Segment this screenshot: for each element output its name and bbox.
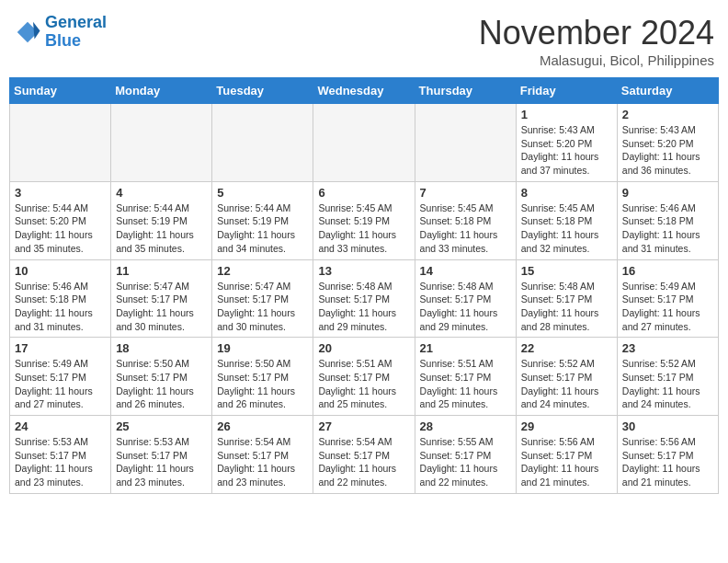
day-info: Sunrise: 5:52 AMSunset: 5:17 PMDaylight:… (622, 357, 713, 411)
day-number: 17 (15, 341, 106, 355)
calendar-cell: 17Sunrise: 5:49 AMSunset: 5:17 PMDayligh… (10, 338, 111, 416)
calendar-week-2: 3Sunrise: 5:44 AMSunset: 5:20 PMDaylight… (10, 181, 719, 259)
calendar-cell: 5Sunrise: 5:44 AMSunset: 5:19 PMDaylight… (212, 181, 313, 259)
day-info: Sunrise: 5:56 AMSunset: 5:17 PMDaylight:… (622, 435, 713, 489)
logo-icon (14, 18, 41, 46)
day-info: Sunrise: 5:46 AMSunset: 5:18 PMDaylight:… (15, 280, 106, 334)
day-number: 10 (15, 264, 106, 278)
day-info: Sunrise: 5:47 AMSunset: 5:17 PMDaylight:… (116, 280, 207, 334)
day-number: 3 (15, 186, 106, 200)
day-number: 29 (521, 419, 612, 433)
day-info: Sunrise: 5:45 AMSunset: 5:18 PMDaylight:… (420, 201, 511, 256)
day-number: 26 (217, 419, 308, 433)
day-header-tuesday: Tuesday (212, 78, 313, 104)
calendar-week-3: 10Sunrise: 5:46 AMSunset: 5:18 PMDayligh… (10, 259, 719, 338)
location: Malasugui, Bicol, Philippines (479, 52, 714, 68)
day-number: 21 (420, 341, 511, 355)
calendar-cell: 25Sunrise: 5:53 AMSunset: 5:17 PMDayligh… (111, 416, 212, 494)
calendar-cell: 14Sunrise: 5:48 AMSunset: 5:17 PMDayligh… (415, 259, 516, 338)
calendar-cell: 2Sunrise: 5:43 AMSunset: 5:20 PMDaylight… (617, 104, 718, 182)
day-info: Sunrise: 5:53 AMSunset: 5:17 PMDaylight:… (15, 435, 106, 489)
day-info: Sunrise: 5:45 AMSunset: 5:19 PMDaylight:… (318, 201, 409, 256)
day-info: Sunrise: 5:55 AMSunset: 5:17 PMDaylight:… (420, 435, 511, 489)
day-number: 14 (420, 264, 511, 278)
day-info: Sunrise: 5:46 AMSunset: 5:18 PMDaylight:… (622, 201, 713, 256)
day-number: 18 (116, 341, 207, 355)
calendar-cell: 16Sunrise: 5:49 AMSunset: 5:17 PMDayligh… (617, 259, 718, 338)
calendar-week-5: 24Sunrise: 5:53 AMSunset: 5:17 PMDayligh… (10, 416, 719, 494)
calendar-cell: 19Sunrise: 5:50 AMSunset: 5:17 PMDayligh… (212, 338, 313, 416)
day-number: 20 (318, 341, 409, 355)
day-number: 6 (318, 186, 409, 200)
calendar-cell: 9Sunrise: 5:46 AMSunset: 5:18 PMDaylight… (617, 181, 718, 259)
day-number: 16 (622, 264, 713, 278)
day-info: Sunrise: 5:43 AMSunset: 5:20 PMDaylight:… (622, 123, 713, 178)
calendar-cell (10, 104, 111, 182)
day-header-sunday: Sunday (10, 78, 111, 104)
calendar-cell: 13Sunrise: 5:48 AMSunset: 5:17 PMDayligh… (313, 259, 415, 338)
calendar-cell: 3Sunrise: 5:44 AMSunset: 5:20 PMDaylight… (10, 181, 111, 259)
day-info: Sunrise: 5:48 AMSunset: 5:17 PMDaylight:… (521, 280, 612, 334)
page-header: General Blue November 2024 Malasugui, Bi… (9, 9, 719, 68)
day-header-friday: Friday (516, 78, 617, 104)
calendar-cell: 18Sunrise: 5:50 AMSunset: 5:17 PMDayligh… (111, 338, 212, 416)
day-number: 22 (521, 341, 612, 355)
day-info: Sunrise: 5:54 AMSunset: 5:17 PMDaylight:… (318, 435, 409, 489)
day-number: 23 (622, 341, 713, 355)
day-number: 9 (622, 186, 713, 200)
day-header-monday: Monday (111, 78, 212, 104)
day-info: Sunrise: 5:44 AMSunset: 5:19 PMDaylight:… (217, 201, 308, 256)
calendar-cell: 1Sunrise: 5:43 AMSunset: 5:20 PMDaylight… (516, 104, 617, 182)
logo: General Blue (14, 14, 107, 51)
day-info: Sunrise: 5:48 AMSunset: 5:17 PMDaylight:… (420, 280, 511, 334)
calendar-cell: 12Sunrise: 5:47 AMSunset: 5:17 PMDayligh… (212, 259, 313, 338)
day-number: 30 (622, 419, 713, 433)
day-number: 4 (116, 186, 207, 200)
title-block: November 2024 Malasugui, Bicol, Philippi… (479, 14, 714, 68)
calendar-cell: 15Sunrise: 5:48 AMSunset: 5:17 PMDayligh… (516, 259, 617, 338)
day-number: 2 (622, 108, 713, 121)
day-info: Sunrise: 5:49 AMSunset: 5:17 PMDaylight:… (622, 280, 713, 334)
day-info: Sunrise: 5:44 AMSunset: 5:20 PMDaylight:… (15, 201, 106, 256)
day-number: 28 (420, 419, 511, 433)
month-title: November 2024 (479, 14, 714, 52)
calendar-cell: 22Sunrise: 5:52 AMSunset: 5:17 PMDayligh… (516, 338, 617, 416)
day-number: 11 (116, 264, 207, 278)
day-number: 8 (521, 186, 612, 200)
calendar-cell: 11Sunrise: 5:47 AMSunset: 5:17 PMDayligh… (111, 259, 212, 338)
day-info: Sunrise: 5:47 AMSunset: 5:17 PMDaylight:… (217, 280, 308, 334)
calendar-cell: 27Sunrise: 5:54 AMSunset: 5:17 PMDayligh… (313, 416, 415, 494)
day-number: 24 (15, 419, 106, 433)
svg-marker-1 (33, 22, 40, 40)
calendar-week-1: 1Sunrise: 5:43 AMSunset: 5:20 PMDaylight… (10, 104, 719, 182)
day-header-saturday: Saturday (617, 78, 718, 104)
day-header-thursday: Thursday (415, 78, 516, 104)
day-info: Sunrise: 5:45 AMSunset: 5:18 PMDaylight:… (521, 201, 612, 256)
day-info: Sunrise: 5:54 AMSunset: 5:17 PMDaylight:… (217, 435, 308, 489)
day-info: Sunrise: 5:53 AMSunset: 5:17 PMDaylight:… (116, 435, 207, 489)
calendar-cell: 26Sunrise: 5:54 AMSunset: 5:17 PMDayligh… (212, 416, 313, 494)
calendar-cell (415, 104, 516, 182)
day-info: Sunrise: 5:51 AMSunset: 5:17 PMDaylight:… (318, 357, 409, 411)
day-number: 13 (318, 264, 409, 278)
day-info: Sunrise: 5:44 AMSunset: 5:19 PMDaylight:… (116, 201, 207, 256)
calendar-cell: 21Sunrise: 5:51 AMSunset: 5:17 PMDayligh… (415, 338, 516, 416)
calendar-week-4: 17Sunrise: 5:49 AMSunset: 5:17 PMDayligh… (10, 338, 719, 416)
day-info: Sunrise: 5:49 AMSunset: 5:17 PMDaylight:… (15, 357, 106, 411)
day-number: 5 (217, 186, 308, 200)
calendar-cell: 20Sunrise: 5:51 AMSunset: 5:17 PMDayligh… (313, 338, 415, 416)
calendar-table: SundayMondayTuesdayWednesdayThursdayFrid… (9, 77, 719, 494)
calendar-cell: 10Sunrise: 5:46 AMSunset: 5:18 PMDayligh… (10, 259, 111, 338)
day-info: Sunrise: 5:50 AMSunset: 5:17 PMDaylight:… (217, 357, 308, 411)
calendar-cell: 23Sunrise: 5:52 AMSunset: 5:17 PMDayligh… (617, 338, 718, 416)
day-number: 15 (521, 264, 612, 278)
day-info: Sunrise: 5:48 AMSunset: 5:17 PMDaylight:… (318, 280, 409, 334)
day-info: Sunrise: 5:51 AMSunset: 5:17 PMDaylight:… (420, 357, 511, 411)
calendar-cell: 6Sunrise: 5:45 AMSunset: 5:19 PMDaylight… (313, 181, 415, 259)
day-info: Sunrise: 5:43 AMSunset: 5:20 PMDaylight:… (521, 123, 612, 178)
calendar-cell (111, 104, 212, 182)
day-info: Sunrise: 5:52 AMSunset: 5:17 PMDaylight:… (521, 357, 612, 411)
day-number: 1 (521, 108, 612, 121)
day-info: Sunrise: 5:56 AMSunset: 5:17 PMDaylight:… (521, 435, 612, 489)
calendar-cell: 29Sunrise: 5:56 AMSunset: 5:17 PMDayligh… (516, 416, 617, 494)
